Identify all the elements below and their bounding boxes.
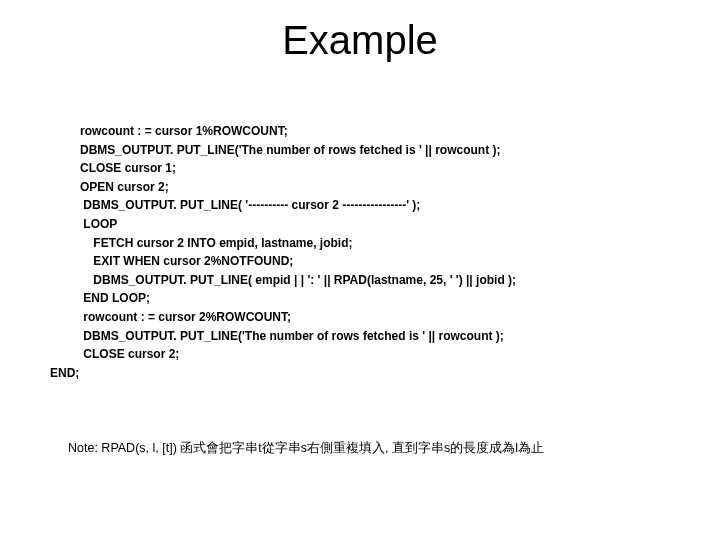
- slide: Example rowcount : = cursor 1%ROWCOUNT; …: [0, 0, 720, 540]
- slide-title: Example: [0, 18, 720, 63]
- code-block: rowcount : = cursor 1%ROWCOUNT; DBMS_OUT…: [50, 122, 670, 382]
- footnote: Note: RPAD(s, l, [t]) 函式會把字串t從字串s右側重複填入,…: [68, 440, 688, 457]
